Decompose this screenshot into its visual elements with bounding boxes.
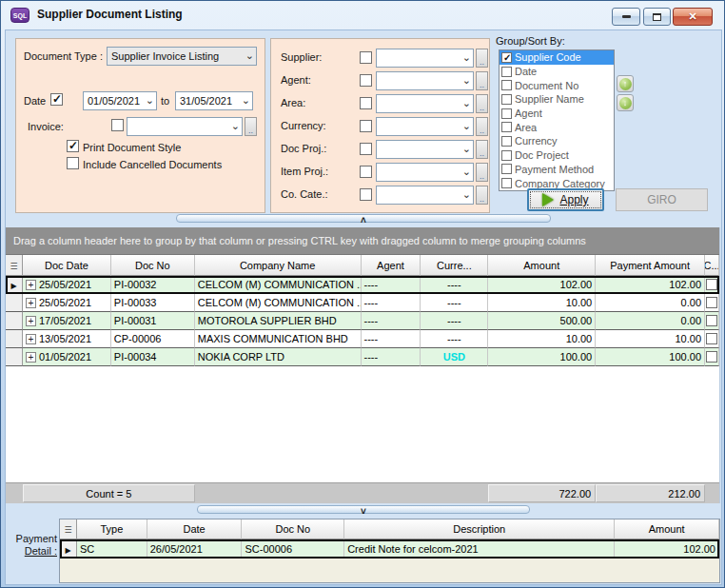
column-header-agent[interactable]: Agent: [362, 255, 421, 276]
include-cancelled-checkbox[interactable]: [67, 157, 79, 169]
item-checkbox[interactable]: [501, 52, 512, 63]
item-checkbox[interactable]: [501, 108, 512, 119]
expand-icon[interactable]: [26, 298, 36, 308]
document-type-select[interactable]: Supplier Invoice Listing: [107, 47, 257, 66]
column-header-amount[interactable]: Amount: [615, 519, 719, 539]
expand-icon[interactable]: [26, 280, 36, 290]
expand-icon[interactable]: [26, 352, 36, 363]
date-to-value: 31/05/2021: [180, 95, 232, 107]
agent-checkbox[interactable]: [360, 74, 372, 87]
expand-icon[interactable]: [26, 316, 36, 326]
area-checkbox[interactable]: [360, 97, 372, 109]
column-header-doc-no[interactable]: Doc No: [242, 519, 344, 539]
giro-button[interactable]: GIRO: [616, 188, 708, 211]
column-header-currency[interactable]: Curre...: [421, 255, 488, 276]
cancelled-checkbox[interactable]: [706, 279, 717, 290]
cancelled-checkbox[interactable]: [706, 333, 717, 344]
item-checkbox[interactable]: [501, 178, 512, 188]
supplier-select[interactable]: [376, 49, 474, 68]
group-sort-label: Group/Sort By:: [496, 35, 565, 47]
group-sort-item[interactable]: Date: [500, 65, 614, 79]
group-sort-item[interactable]: Currency: [500, 134, 614, 148]
table-row[interactable]: 17/05/2021 PI-00031 MOTOROLA SUPPLIER BH…: [6, 312, 719, 330]
co-cate-select[interactable]: [376, 186, 474, 205]
area-select[interactable]: [376, 94, 474, 113]
cancelled-checkbox[interactable]: [706, 297, 717, 308]
agent-select[interactable]: [376, 71, 474, 90]
date-checkbox[interactable]: [50, 93, 63, 106]
column-header-company[interactable]: Company Name: [195, 255, 362, 276]
client-area: Document Type : Supplier Invoice Listing…: [5, 29, 722, 585]
agent-browse-button[interactable]: ..: [476, 71, 488, 90]
item-checkbox[interactable]: [501, 136, 512, 147]
supplier-browse-button[interactable]: ..: [476, 49, 488, 68]
payment-row[interactable]: SC 26/05/2021 SC-00006 Credit Note for c…: [60, 539, 719, 559]
column-header-doc-no[interactable]: Doc No: [111, 255, 195, 276]
doc-proj-select[interactable]: [376, 140, 474, 159]
print-document-style-checkbox[interactable]: [67, 140, 79, 152]
group-sort-item[interactable]: Supplier Name: [500, 92, 614, 107]
criteria-row: Doc Proj.: ..: [271, 140, 489, 159]
co-cate-browse-button[interactable]: ..: [476, 186, 488, 205]
column-header-cancelled[interactable]: C...: [705, 255, 719, 276]
column-header-description[interactable]: Description: [344, 519, 615, 539]
co-cate-checkbox[interactable]: [360, 188, 372, 201]
maximize-button[interactable]: [643, 8, 671, 26]
close-button[interactable]: [673, 8, 713, 26]
item-checkbox[interactable]: [501, 80, 512, 90]
minimize-button[interactable]: [612, 8, 640, 26]
item-proj-browse-button[interactable]: ..: [476, 163, 488, 182]
group-sort-item[interactable]: Document No: [500, 78, 614, 92]
item-checkbox[interactable]: [501, 122, 512, 132]
group-sort-item[interactable]: Payment Method: [500, 163, 614, 177]
doc-proj-checkbox[interactable]: [360, 143, 372, 155]
area-browse-button[interactable]: ..: [476, 94, 488, 113]
apply-button[interactable]: Apply: [527, 188, 604, 211]
move-down-button[interactable]: [617, 94, 634, 111]
top-splitter[interactable]: [6, 214, 721, 223]
group-sort-item[interactable]: Doc Project: [500, 148, 614, 163]
item-checkbox[interactable]: [501, 94, 512, 105]
column-header-date[interactable]: Date: [147, 519, 243, 539]
date-to-select[interactable]: 31/05/2021: [175, 91, 253, 110]
group-sort-listbox[interactable]: Supplier Code Date Document No Supplier …: [499, 49, 615, 191]
chevron-down-icon: [462, 73, 471, 87]
chevron-down-icon: [462, 96, 471, 109]
invoice-browse-button[interactable]: ..: [245, 117, 257, 136]
item-checkbox[interactable]: [501, 150, 512, 161]
supplier-checkbox[interactable]: [360, 51, 372, 64]
column-header-amount[interactable]: Amount: [488, 255, 596, 276]
invoice-select[interactable]: [127, 117, 243, 136]
move-up-button[interactable]: [617, 75, 634, 92]
bottom-splitter[interactable]: [6, 505, 721, 514]
column-header-type[interactable]: Type: [77, 519, 147, 539]
table-row[interactable]: 13/05/2021 CP-00006 MAXIS COMMUNICATION …: [6, 330, 719, 348]
table-row[interactable]: 01/05/2021 PI-00034 NOKIA CORP LTD ---- …: [6, 348, 719, 366]
group-sort-item[interactable]: Agent: [500, 107, 614, 121]
cancelled-checkbox[interactable]: [706, 351, 717, 363]
date-from-select[interactable]: 01/05/2021: [83, 91, 157, 110]
column-chooser-button[interactable]: [60, 519, 77, 539]
chevron-down-icon: [462, 165, 471, 178]
doc-proj-browse-button[interactable]: ..: [476, 140, 488, 159]
table-row[interactable]: 25/05/2021 PI-00033 CELCOM (M) COMMUNICA…: [6, 294, 719, 312]
column-header-payment[interactable]: Payment Amount: [596, 255, 705, 276]
title-bar[interactable]: SQL Supplier Document Listing: [1, 1, 724, 29]
item-proj-checkbox[interactable]: [360, 166, 372, 178]
column-header-doc-date[interactable]: Doc Date: [23, 255, 111, 276]
table-row[interactable]: 25/05/2021 PI-00032 CELCOM (M) COMMUNICA…: [6, 276, 719, 294]
invoice-checkbox[interactable]: [111, 119, 124, 131]
document-grid: Drag a column header here to group by th…: [6, 227, 720, 503]
currency-browse-button[interactable]: ..: [476, 117, 488, 136]
group-by-hint-bar[interactable]: Drag a column header here to group by th…: [6, 227, 719, 255]
item-checkbox[interactable]: [501, 164, 512, 174]
item-checkbox[interactable]: [501, 67, 512, 77]
group-sort-item[interactable]: Supplier Code: [500, 50, 614, 65]
currency-select[interactable]: [376, 117, 474, 136]
expand-icon[interactable]: [26, 334, 36, 344]
currency-checkbox[interactable]: [360, 120, 372, 132]
group-sort-item[interactable]: Area: [500, 120, 614, 134]
column-chooser-button[interactable]: [6, 255, 23, 276]
cancelled-checkbox[interactable]: [706, 315, 717, 326]
item-proj-select[interactable]: [376, 163, 474, 182]
